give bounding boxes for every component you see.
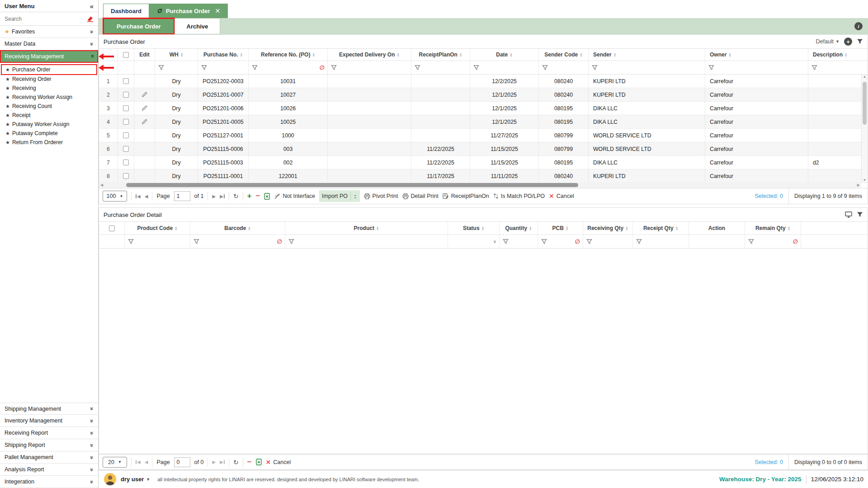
filter-funnel-icon[interactable]: [748, 239, 754, 244]
header-reference-no[interactable]: Reference No. (PO)▲▼: [249, 49, 328, 61]
header-purchase-no[interactable]: Purchase No.▲▼: [198, 49, 249, 61]
refresh-button[interactable]: ↻: [233, 459, 239, 466]
header-owner[interactable]: Owner▲▼: [705, 49, 808, 61]
filter-funnel-icon[interactable]: [415, 65, 420, 70]
sidebar-item-shipping-management[interactable]: Shipping Management»: [0, 403, 98, 415]
last-page-button[interactable]: ▶: [220, 460, 225, 465]
header-pcb[interactable]: PCB▲▼: [538, 222, 583, 235]
prev-page-button[interactable]: ◀: [145, 460, 148, 465]
export-excel-button[interactable]: [256, 459, 262, 465]
filter-funnel-icon[interactable]: [473, 65, 479, 70]
remove-row-button[interactable]: −: [247, 458, 252, 467]
filter-funnel-icon[interactable]: [331, 65, 337, 70]
first-page-button[interactable]: ◀: [136, 460, 141, 465]
tab-purchase-order[interactable]: Purchase Order ✕: [149, 4, 228, 18]
header-product-code[interactable]: Product Code▲▼: [125, 222, 190, 235]
last-page-button[interactable]: ▶: [220, 194, 225, 199]
scroll-left-icon[interactable]: ◀: [100, 183, 103, 187]
scrollbar-thumb[interactable]: [126, 183, 578, 187]
filter-clear-icon[interactable]: ∅: [277, 238, 282, 245]
sidebar-item-receipt[interactable]: ★Receipt: [0, 111, 98, 120]
detail-print-button[interactable]: Detail Print: [402, 193, 439, 199]
filter-icon[interactable]: [857, 211, 863, 218]
first-page-button[interactable]: ◀: [136, 194, 141, 199]
user-avatar[interactable]: [104, 473, 116, 485]
filter-funnel-icon[interactable]: [128, 239, 134, 244]
cancel-button[interactable]: ✕ Cancel: [549, 192, 574, 200]
sidebar-item-putaway-worker-assign[interactable]: ★Putaway Worker Assign: [0, 120, 98, 129]
scroll-down-icon[interactable]: ▼: [863, 178, 867, 182]
header-expected-delivery[interactable]: Expected Delivery On▲▼: [328, 49, 411, 61]
tab-dashboard[interactable]: Dashboard: [103, 4, 149, 18]
filter-funnel-icon[interactable]: [811, 65, 817, 70]
table-row[interactable]: 3DryPO251201-00061002612/1/2025080195DIK…: [99, 102, 868, 115]
header-barcode[interactable]: Barcode▲▼: [190, 222, 285, 235]
row-checkbox[interactable]: [123, 92, 129, 98]
filter-clear-icon[interactable]: ∅: [793, 238, 798, 245]
sidebar-item-receiving[interactable]: ★Receiving: [0, 84, 98, 93]
header-receipt-qty[interactable]: Receipt Qty▲▼: [633, 222, 689, 235]
sidebar-item-purchase-order[interactable]: ★Purchase Order: [1, 65, 97, 75]
is-match-button[interactable]: Is Match PO/LPO: [493, 193, 545, 199]
scroll-right-icon[interactable]: ▶: [857, 183, 860, 187]
export-excel-button[interactable]: [264, 193, 270, 200]
row-checkbox[interactable]: [123, 173, 129, 179]
row-checkbox[interactable]: [123, 160, 129, 165]
filter-funnel-icon[interactable]: [193, 239, 199, 244]
header-receipt-plan-on[interactable]: ReceiptPlanOn▲▼: [411, 49, 470, 61]
filter-funnel-icon[interactable]: [288, 239, 294, 244]
filter-funnel-icon[interactable]: [542, 65, 548, 70]
not-interface-button[interactable]: Not Interface: [274, 193, 315, 199]
header-quantity[interactable]: Quantity▲▼: [500, 222, 538, 235]
next-page-button[interactable]: ▶: [212, 194, 216, 199]
table-row[interactable]: 2DryPO251201-00071002712/1/2025080240KUP…: [99, 88, 868, 102]
tab-close-icon[interactable]: ✕: [215, 7, 220, 14]
select-all-checkbox[interactable]: [109, 225, 115, 231]
import-po-button[interactable]: Import PO ⌄⌄: [319, 190, 360, 202]
sidebar-item-integeration[interactable]: Integeration»: [0, 476, 98, 488]
edit-pencil-icon[interactable]: [142, 105, 147, 111]
page-size-select[interactable]: 100 ▼: [103, 191, 127, 202]
filter-funnel-icon[interactable]: [636, 239, 642, 244]
vertical-scrollbar[interactable]: ▲ ▼: [861, 75, 868, 182]
filter-funnel-icon[interactable]: [201, 65, 207, 70]
table-row[interactable]: 7DryPO251115-000300211/22/202511/15/2025…: [99, 156, 868, 169]
info-icon[interactable]: i: [854, 22, 863, 30]
subtab-archive[interactable]: Archive: [175, 18, 221, 34]
sidebar-item-receiving-management[interactable]: Receiving Management »: [0, 50, 98, 63]
view-selector[interactable]: Default ▼: [816, 38, 840, 45]
filter-clear-icon[interactable]: ∅: [320, 64, 325, 71]
select-all-checkbox[interactable]: [123, 52, 129, 58]
sidebar-item-shipping-report[interactable]: Shipping Report»: [0, 439, 98, 451]
header-remain-qty[interactable]: Remain Qty▲▼: [745, 222, 801, 235]
edit-pencil-icon[interactable]: [142, 119, 147, 125]
sidebar-collapse-icon[interactable]: «: [90, 2, 94, 10]
filter-funnel-icon[interactable]: [158, 65, 164, 70]
cancel-button[interactable]: ✕ Cancel: [266, 459, 291, 466]
header-description[interactable]: Description▲▼: [808, 49, 861, 61]
add-view-button[interactable]: +: [844, 38, 852, 46]
receiptplanon-button[interactable]: ReceiptPlanOn: [443, 193, 489, 199]
sidebar-item-analysis-report[interactable]: Analysis Report»: [0, 464, 98, 476]
filter-funnel-icon[interactable]: [586, 239, 592, 244]
filter-funnel-icon[interactable]: [503, 239, 509, 244]
subtab-purchase-order[interactable]: Purchase Order: [103, 18, 175, 34]
sidebar-item-putaway-complete[interactable]: ★Putaway Complete: [0, 129, 98, 138]
table-row[interactable]: 1DryPO251202-00031003112/2/2025080240KUP…: [99, 75, 868, 88]
refresh-button[interactable]: ↻: [233, 192, 239, 200]
scrollbar-thumb[interactable]: [863, 82, 867, 125]
header-status[interactable]: Status▲▼: [448, 222, 500, 235]
horizontal-scrollbar[interactable]: ◀ ▶: [99, 182, 861, 188]
filter-clear-icon[interactable]: ∅: [575, 238, 580, 245]
sidebar-item-return-from-orderer[interactable]: ★Return From Orderer: [0, 138, 98, 147]
sidebar-item-receiving-worker-assign[interactable]: ★Receiving Worker Assign: [0, 93, 98, 102]
add-row-button[interactable]: +: [247, 192, 252, 201]
sidebar-item-receiving-order[interactable]: ★Receiving Order: [0, 75, 98, 84]
sidebar-item-inventory-management[interactable]: Inventory Management»: [0, 415, 98, 427]
filter-funnel-icon[interactable]: [252, 65, 258, 70]
prev-page-button[interactable]: ◀: [145, 194, 148, 199]
row-checkbox[interactable]: [123, 78, 129, 84]
sidebar-item-receiving-count[interactable]: ★Receiving Count: [0, 102, 98, 111]
page-input[interactable]: 1: [174, 191, 190, 201]
table-row[interactable]: 6DryPO251115-000600311/22/202511/15/2025…: [99, 142, 868, 156]
